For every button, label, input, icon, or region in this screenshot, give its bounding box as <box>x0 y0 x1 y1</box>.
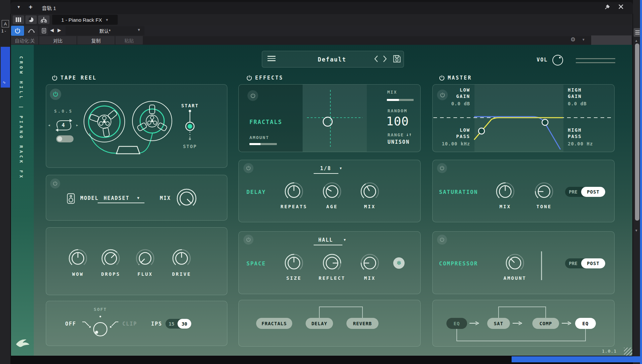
tape-toggle[interactable] <box>56 135 74 142</box>
model-underline <box>98 203 144 203</box>
bypass-power-button[interactable] <box>11 26 24 36</box>
delay-age-knob[interactable] <box>321 181 343 202</box>
preset-field[interactable]: 默认* <box>66 26 144 35</box>
routing-sat-pill[interactable]: SAT <box>487 318 510 329</box>
routing-comp-pill[interactable]: COMP <box>532 318 559 329</box>
bg-scrollbar-thumb[interactable] <box>635 43 639 221</box>
range-arrows-icon[interactable]: ↓↑ <box>406 132 412 137</box>
saturation-pre-option[interactable]: PRE <box>565 189 581 195</box>
knob-view-icon[interactable] <box>25 15 37 24</box>
xy-pad-crosshair[interactable] <box>302 85 366 152</box>
clip-label[interactable]: CLIP <box>122 321 137 327</box>
saturation-post-option[interactable]: POST <box>581 187 605 197</box>
next-preset-icon[interactable]: ▶ <box>58 27 61 33</box>
ips-toggle[interactable]: 15 30 <box>166 319 191 329</box>
routing-reverb-pill[interactable]: REVERB <box>346 318 379 329</box>
prev-preset-icon[interactable]: ◀ <box>50 27 54 33</box>
compressor-post-option[interactable]: POST <box>581 258 605 268</box>
saturation-tone-knob[interactable] <box>533 181 555 202</box>
bg-scroll-up-icon[interactable]: ▲ <box>635 39 638 42</box>
compare-button[interactable]: 对比 <box>39 36 77 44</box>
copy-button[interactable]: 复制 <box>77 36 115 44</box>
saturation-prepost-toggle[interactable]: PRE POST <box>565 187 605 197</box>
plugin-window-titlebar[interactable] <box>10 2 633 14</box>
add-insert-icon[interactable]: + <box>29 3 32 11</box>
fractals-power-button[interactable] <box>247 90 258 101</box>
off-label[interactable]: OFF <box>65 321 76 327</box>
model-value[interactable]: HEADSET <box>104 195 129 201</box>
compressor-name: COMPRESSOR <box>439 260 478 267</box>
delay-mix-knob[interactable] <box>359 181 381 202</box>
compressor-amount-knob[interactable] <box>504 252 526 274</box>
wow-knob[interactable] <box>67 248 89 269</box>
drops-knob[interactable] <box>100 248 121 269</box>
plugin-preset-name[interactable]: Default <box>295 56 369 63</box>
resize-grip[interactable] <box>624 348 632 356</box>
routing-fractals-pill[interactable]: FRACTALS <box>256 318 292 329</box>
eq-curve-display[interactable] <box>433 85 614 152</box>
ips-15-option[interactable]: 15 <box>166 321 178 327</box>
tape-reels-graphic[interactable] <box>80 96 181 160</box>
drive-knob[interactable] <box>171 248 192 269</box>
tape-power-button[interactable] <box>50 89 61 100</box>
paste-button[interactable]: 粘贴 <box>115 36 143 44</box>
space-type-value[interactable]: HALL <box>306 237 346 243</box>
tape-section-power-icon[interactable] <box>52 75 58 81</box>
preset-field-arrow-icon[interactable]: ▼ <box>137 28 141 32</box>
random-value[interactable]: 100 <box>386 114 409 128</box>
unison-label[interactable]: UNISON <box>388 139 410 145</box>
start-stop-slider[interactable] <box>182 109 198 142</box>
flux-knob[interactable] <box>134 248 156 269</box>
saturation-power-button[interactable] <box>437 163 447 173</box>
prev-plugin-preset-icon[interactable] <box>374 55 379 63</box>
compressor-pre-option[interactable]: PRE <box>565 261 581 266</box>
space-mix-knob[interactable] <box>359 252 381 274</box>
close-icon[interactable] <box>618 4 624 10</box>
clip-knob[interactable] <box>77 314 124 344</box>
model-power-button[interactable] <box>50 178 60 189</box>
saturation-mix-knob[interactable] <box>495 181 516 202</box>
pin-icon[interactable] <box>604 4 611 10</box>
automation-toggle-button[interactable]: 自动化:关 <box>11 36 38 44</box>
model-dropdown-icon[interactable]: ▼ <box>136 196 140 200</box>
space-type-dropdown-icon[interactable]: ▼ <box>343 238 346 242</box>
settings-arrow-icon[interactable]: ▼ <box>582 38 585 41</box>
vol-knob[interactable] <box>552 54 564 66</box>
compressor-power-button[interactable] <box>437 235 447 245</box>
compressor-amount-label: AMOUNT <box>495 275 535 281</box>
range-label[interactable]: RANGE <box>388 132 404 137</box>
fractals-mix-slider[interactable] <box>387 99 414 101</box>
space-reflect-knob[interactable] <box>321 252 343 274</box>
preset-list-icon[interactable] <box>39 26 48 35</box>
next-plugin-preset-icon[interactable] <box>383 55 387 63</box>
compressor-prepost-toggle[interactable]: PRE POST <box>565 258 605 268</box>
bg-scroll-down-icon[interactable]: ▼ <box>635 229 638 232</box>
automation-curve-icon[interactable] <box>25 26 38 36</box>
sos-value[interactable]: 4 <box>57 122 70 128</box>
space-power-button[interactable] <box>243 235 253 245</box>
routing-delay-pill[interactable]: DELAY <box>306 318 333 329</box>
freeze-button[interactable]: ❄ <box>393 257 405 269</box>
effects-section-power-icon[interactable] <box>246 75 252 81</box>
delay-power-button[interactable] <box>243 163 253 173</box>
tape-toggle-knob <box>57 136 62 141</box>
soft-label: SOFT <box>84 307 117 312</box>
routing-tree-icon[interactable] <box>38 15 49 24</box>
sos-next-icon[interactable]: ▸ <box>76 123 78 127</box>
gear-icon[interactable]: ⚙ <box>570 36 575 43</box>
collapse-arrow-icon[interactable]: ▼ <box>17 5 21 9</box>
fractals-amount-slider[interactable] <box>249 143 277 145</box>
sos-prev-icon[interactable]: ◂ <box>48 123 50 127</box>
master-section-power-icon[interactable] <box>439 75 445 81</box>
menu-icon[interactable] <box>268 56 276 63</box>
layout-bars-icon[interactable] <box>13 15 24 24</box>
delay-time-dropdown-icon[interactable]: ▼ <box>339 166 342 170</box>
routing-eq-pre-pill[interactable]: EQ <box>446 318 467 329</box>
save-preset-icon[interactable] <box>393 54 401 63</box>
delay-repeats-knob[interactable] <box>283 181 305 202</box>
space-size-knob[interactable] <box>283 252 305 274</box>
ips-30-option[interactable]: 30 <box>178 319 191 329</box>
model-mix-knob[interactable] <box>175 187 198 210</box>
plugin-slot-selector[interactable]: 1 - Piano Rack FX ▼ <box>52 15 118 25</box>
routing-eq-post-pill[interactable]: EQ <box>575 318 596 329</box>
